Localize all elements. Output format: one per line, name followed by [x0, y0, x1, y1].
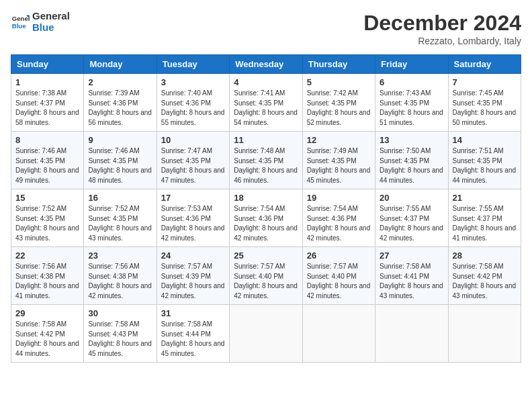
day-number: 15: [15, 193, 79, 203]
day-info: Sunrise: 7:47 AMSunset: 4:35 PMDaylight:…: [161, 146, 225, 185]
day-number: 19: [307, 193, 371, 203]
week-row-3: 15Sunrise: 7:52 AMSunset: 4:35 PMDayligh…: [11, 189, 521, 247]
day-info: Sunrise: 7:56 AMSunset: 4:38 PMDaylight:…: [88, 262, 152, 301]
day-number: 8: [15, 135, 79, 145]
calendar-cell: 23Sunrise: 7:56 AMSunset: 4:38 PMDayligh…: [84, 247, 157, 305]
calendar-cell: 21Sunrise: 7:55 AMSunset: 4:37 PMDayligh…: [448, 189, 521, 247]
day-number: 21: [453, 193, 517, 203]
calendar-cell: 11Sunrise: 7:48 AMSunset: 4:35 PMDayligh…: [230, 132, 302, 189]
day-number: 11: [234, 135, 298, 145]
weekday-thursday: Thursday: [302, 55, 375, 74]
day-info: Sunrise: 7:39 AMSunset: 4:36 PMDaylight:…: [88, 89, 152, 128]
day-number: 30: [88, 308, 152, 318]
day-info: Sunrise: 7:58 AMSunset: 4:42 PMDaylight:…: [15, 320, 79, 359]
day-number: 3: [161, 77, 225, 87]
day-number: 10: [161, 135, 225, 145]
weekday-header-row: SundayMondayTuesdayWednesdayThursdayFrid…: [11, 55, 521, 74]
day-number: 2: [88, 77, 152, 87]
day-info: Sunrise: 7:53 AMSunset: 4:36 PMDaylight:…: [161, 204, 225, 243]
day-number: 29: [15, 308, 79, 318]
calendar-cell: 29Sunrise: 7:58 AMSunset: 4:42 PMDayligh…: [11, 305, 84, 363]
day-number: 4: [234, 77, 298, 87]
day-info: Sunrise: 7:49 AMSunset: 4:35 PMDaylight:…: [307, 146, 371, 185]
day-number: 28: [453, 250, 517, 261]
logo: General Blue General Blue: [11, 11, 70, 33]
day-number: 5: [307, 77, 371, 87]
calendar-cell: 15Sunrise: 7:52 AMSunset: 4:35 PMDayligh…: [11, 189, 84, 247]
day-info: Sunrise: 7:51 AMSunset: 4:35 PMDaylight:…: [453, 146, 517, 185]
calendar-cell: 12Sunrise: 7:49 AMSunset: 4:35 PMDayligh…: [302, 132, 375, 189]
day-number: 12: [307, 135, 371, 145]
day-number: 6: [380, 77, 443, 87]
page-header: General Blue General Blue December 2024 …: [11, 11, 521, 46]
day-number: 14: [453, 135, 517, 145]
week-row-4: 22Sunrise: 7:56 AMSunset: 4:38 PMDayligh…: [11, 247, 521, 305]
calendar-cell: 16Sunrise: 7:52 AMSunset: 4:35 PMDayligh…: [84, 189, 157, 247]
day-number: 24: [161, 250, 225, 261]
day-number: 23: [88, 250, 152, 261]
day-info: Sunrise: 7:43 AMSunset: 4:35 PMDaylight:…: [380, 89, 443, 128]
day-number: 27: [380, 250, 443, 261]
calendar-cell: 10Sunrise: 7:47 AMSunset: 4:35 PMDayligh…: [157, 132, 229, 189]
calendar-cell: 6Sunrise: 7:43 AMSunset: 4:35 PMDaylight…: [375, 74, 448, 132]
day-info: Sunrise: 7:45 AMSunset: 4:35 PMDaylight:…: [453, 89, 517, 128]
day-info: Sunrise: 7:57 AMSunset: 4:40 PMDaylight:…: [307, 262, 371, 301]
day-number: 16: [88, 193, 152, 203]
calendar-cell: 26Sunrise: 7:57 AMSunset: 4:40 PMDayligh…: [302, 247, 375, 305]
day-info: Sunrise: 7:55 AMSunset: 4:37 PMDaylight:…: [453, 204, 517, 243]
calendar-cell: 31Sunrise: 7:58 AMSunset: 4:44 PMDayligh…: [157, 305, 229, 363]
day-info: Sunrise: 7:40 AMSunset: 4:36 PMDaylight:…: [161, 89, 225, 128]
day-info: Sunrise: 7:54 AMSunset: 4:36 PMDaylight:…: [234, 204, 298, 243]
calendar-cell: 2Sunrise: 7:39 AMSunset: 4:36 PMDaylight…: [84, 74, 157, 132]
day-number: 20: [380, 193, 443, 203]
day-number: 26: [307, 250, 371, 261]
day-info: Sunrise: 7:58 AMSunset: 4:41 PMDaylight:…: [380, 262, 443, 301]
calendar-cell: 22Sunrise: 7:56 AMSunset: 4:38 PMDayligh…: [11, 247, 84, 305]
day-info: Sunrise: 7:58 AMSunset: 4:44 PMDaylight:…: [161, 320, 225, 359]
day-number: 31: [161, 308, 225, 318]
day-info: Sunrise: 7:57 AMSunset: 4:39 PMDaylight:…: [161, 262, 225, 301]
calendar-cell: 25Sunrise: 7:57 AMSunset: 4:40 PMDayligh…: [230, 247, 302, 305]
day-number: 17: [161, 193, 225, 203]
calendar-cell: 20Sunrise: 7:55 AMSunset: 4:37 PMDayligh…: [375, 189, 448, 247]
day-info: Sunrise: 7:48 AMSunset: 4:35 PMDaylight:…: [234, 146, 298, 185]
calendar-cell: 13Sunrise: 7:50 AMSunset: 4:35 PMDayligh…: [375, 132, 448, 189]
weekday-saturday: Saturday: [448, 55, 521, 74]
month-title: December 2024: [363, 11, 521, 36]
calendar-cell: 8Sunrise: 7:46 AMSunset: 4:35 PMDaylight…: [11, 132, 84, 189]
calendar-cell: 24Sunrise: 7:57 AMSunset: 4:39 PMDayligh…: [157, 247, 229, 305]
weekday-friday: Friday: [375, 55, 448, 74]
calendar-cell: 18Sunrise: 7:54 AMSunset: 4:36 PMDayligh…: [230, 189, 302, 247]
day-number: 25: [234, 250, 298, 261]
calendar-cell: 30Sunrise: 7:58 AMSunset: 4:43 PMDayligh…: [84, 305, 157, 363]
week-row-5: 29Sunrise: 7:58 AMSunset: 4:42 PMDayligh…: [11, 305, 521, 363]
weekday-wednesday: Wednesday: [230, 55, 302, 74]
calendar-cell: 27Sunrise: 7:58 AMSunset: 4:41 PMDayligh…: [375, 247, 448, 305]
calendar-cell: 7Sunrise: 7:45 AMSunset: 4:35 PMDaylight…: [448, 74, 521, 132]
day-info: Sunrise: 7:46 AMSunset: 4:35 PMDaylight:…: [88, 146, 152, 185]
weekday-monday: Monday: [84, 55, 157, 74]
day-info: Sunrise: 7:50 AMSunset: 4:35 PMDaylight:…: [380, 146, 443, 185]
week-row-2: 8Sunrise: 7:46 AMSunset: 4:35 PMDaylight…: [11, 132, 521, 189]
calendar-cell: 19Sunrise: 7:54 AMSunset: 4:36 PMDayligh…: [302, 189, 375, 247]
calendar-cell: 14Sunrise: 7:51 AMSunset: 4:35 PMDayligh…: [448, 132, 521, 189]
calendar-cell: [448, 305, 521, 363]
calendar-cell: 28Sunrise: 7:58 AMSunset: 4:42 PMDayligh…: [448, 247, 521, 305]
day-number: 18: [234, 193, 298, 203]
day-info: Sunrise: 7:46 AMSunset: 4:35 PMDaylight:…: [15, 146, 79, 185]
day-info: Sunrise: 7:42 AMSunset: 4:35 PMDaylight:…: [307, 89, 371, 128]
calendar-cell: [230, 305, 302, 363]
day-number: 9: [88, 135, 152, 145]
calendar-cell: [302, 305, 375, 363]
calendar-table: SundayMondayTuesdayWednesdayThursdayFrid…: [11, 54, 521, 363]
day-number: 13: [380, 135, 443, 145]
day-info: Sunrise: 7:38 AMSunset: 4:37 PMDaylight:…: [15, 89, 79, 128]
day-number: 22: [15, 250, 79, 261]
day-info: Sunrise: 7:55 AMSunset: 4:37 PMDaylight:…: [380, 204, 443, 243]
day-number: 7: [453, 77, 517, 87]
day-number: 1: [15, 77, 79, 87]
day-info: Sunrise: 7:58 AMSunset: 4:43 PMDaylight:…: [88, 320, 152, 359]
calendar-cell: 5Sunrise: 7:42 AMSunset: 4:35 PMDaylight…: [302, 74, 375, 132]
weekday-sunday: Sunday: [11, 55, 84, 74]
week-row-1: 1Sunrise: 7:38 AMSunset: 4:37 PMDaylight…: [11, 74, 521, 132]
